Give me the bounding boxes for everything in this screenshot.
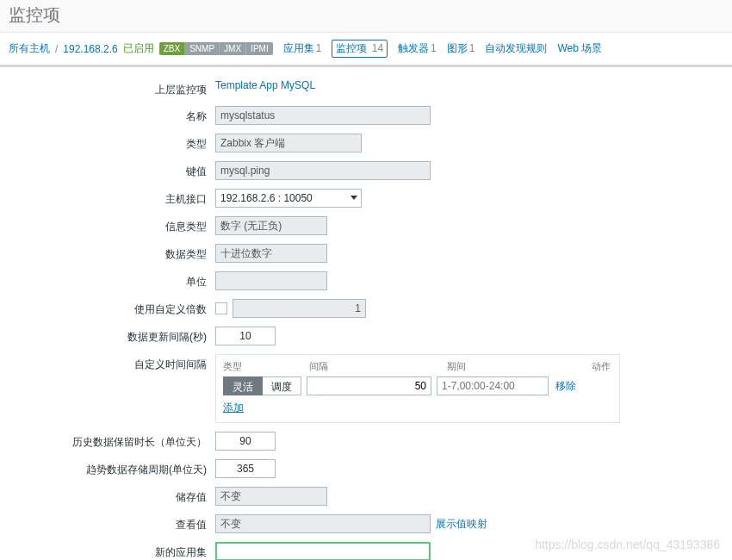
nav-discovery[interactable]: 自动发现规则 <box>485 41 547 56</box>
interval-field[interactable] <box>215 327 276 345</box>
name-field[interactable] <box>215 106 431 125</box>
lbl-info: 信息类型 <box>0 216 215 234</box>
mult-checkbox[interactable] <box>215 302 227 314</box>
lbl-type: 类型 <box>0 134 215 152</box>
int-h-period: 期间 <box>447 360 576 373</box>
chevron-down-icon <box>350 196 357 200</box>
lbl-iface: 主机接口 <box>0 189 215 207</box>
lbl-interval: 数据更新间隔(秒) <box>0 327 215 345</box>
tag-snmp[interactable]: SNMP <box>185 42 220 55</box>
lbl-show: 查看值 <box>0 514 215 532</box>
form-area: 上层监控项 Template App MySQL 名称 类型 键值 主机接口 1… <box>0 67 732 560</box>
page-title: 监控项 <box>0 0 732 33</box>
tag-ipmi[interactable]: IPMI <box>246 42 273 55</box>
type-field <box>215 134 362 152</box>
int-add-link[interactable]: 添加 <box>223 401 612 415</box>
host-enabled: 已启用 <box>123 41 154 56</box>
tag-jmx[interactable]: JMX <box>220 42 246 55</box>
lbl-store: 储存值 <box>0 487 215 505</box>
int-h-type: 类型 <box>223 360 309 373</box>
trend-field[interactable] <box>215 459 276 478</box>
header-bar: 所有主机 / 192.168.2.6 已启用 ZBX SNMP JMX IPMI… <box>0 33 732 67</box>
history-field[interactable] <box>215 432 276 451</box>
int-period-field[interactable] <box>437 376 549 395</box>
nav-triggers[interactable]: 触发器1 <box>398 41 437 56</box>
nav-items[interactable]: 监控项 14 <box>332 40 388 58</box>
host-tag-group: ZBX SNMP JMX IPMI <box>159 42 273 55</box>
data-field <box>215 244 327 263</box>
parent-template-link[interactable]: Template App MySQL <box>215 79 315 91</box>
lbl-name: 名称 <box>0 106 215 124</box>
key-field[interactable] <box>215 161 431 180</box>
lbl-history: 历史数据保留时长（单位天） <box>0 432 215 450</box>
custom-interval-row: 灵活 调度 移除 <box>223 376 612 395</box>
int-interval-field[interactable] <box>307 376 431 395</box>
int-remove-link[interactable]: 移除 <box>555 379 576 394</box>
newapp-field[interactable] <box>215 542 431 560</box>
custom-interval-box: 类型 间隔 期间 动作 灵活 调度 移除 添加 <box>215 354 620 423</box>
mult-field <box>233 299 366 318</box>
breadcrumb-sep: / <box>55 43 58 55</box>
show-field <box>215 514 431 533</box>
breadcrumb-all-hosts[interactable]: 所有主机 <box>9 41 50 56</box>
lbl-unit: 单位 <box>0 271 215 289</box>
show-value-map-link[interactable]: 展示值映射 <box>436 517 487 532</box>
tag-zbx[interactable]: ZBX <box>159 42 185 55</box>
store-field <box>215 487 327 506</box>
unit-field[interactable] <box>215 271 327 290</box>
lbl-parent: 上层监控项 <box>0 79 215 97</box>
nav-apps[interactable]: 应用集1 <box>283 41 322 56</box>
lbl-mult: 使用自定义倍数 <box>0 299 215 317</box>
int-h-interval: 间隔 <box>309 360 447 373</box>
int-tab-flex[interactable]: 灵活 <box>223 376 263 395</box>
int-tab-sched[interactable]: 调度 <box>263 376 301 395</box>
lbl-key: 键值 <box>0 161 215 179</box>
nav-graphs[interactable]: 图形1 <box>447 41 475 56</box>
nav-web[interactable]: Web 场景 <box>557 41 602 56</box>
lbl-newapp: 新的应用集 <box>0 542 215 560</box>
lbl-trend: 趋势数据存储周期(单位天) <box>0 459 215 477</box>
int-h-action: 动作 <box>576 360 611 373</box>
lbl-custom-int: 自定义时间间隔 <box>0 354 215 372</box>
breadcrumb-host[interactable]: 192.168.2.6 <box>63 43 117 55</box>
info-field <box>215 216 327 235</box>
iface-select[interactable]: 192.168.2.6 : 10050 <box>215 189 362 208</box>
lbl-data: 数据类型 <box>0 244 215 262</box>
